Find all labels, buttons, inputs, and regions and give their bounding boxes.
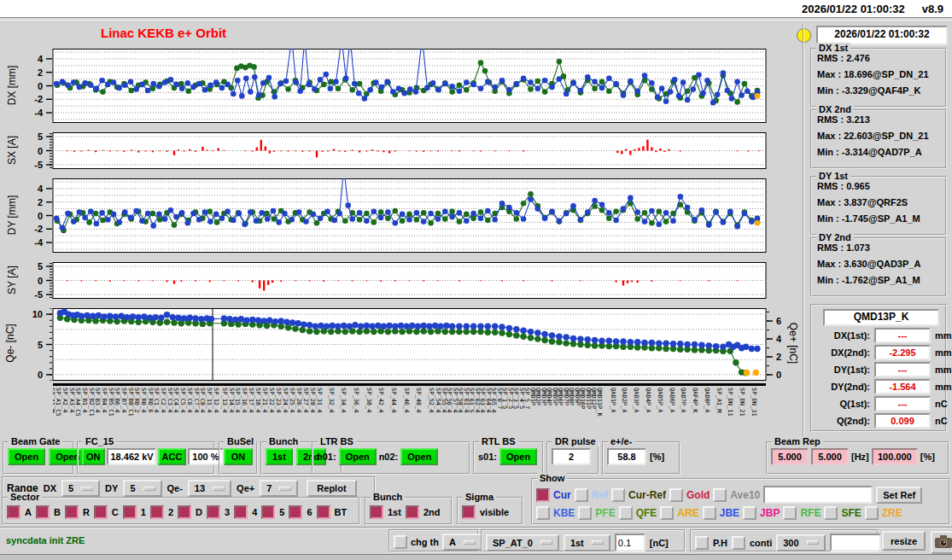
svg-text:-4: -4 <box>34 237 44 248</box>
show-ref-checkbox[interactable] <box>575 488 588 502</box>
show-jbe-checkbox[interactable] <box>703 506 716 520</box>
svg-text:2: 2 <box>776 352 781 362</box>
sector-b-checkbox[interactable] <box>36 505 50 519</box>
show-rfe-checkbox[interactable] <box>783 506 797 520</box>
sector-3-checkbox[interactable] <box>207 505 220 519</box>
show-pfe-checkbox[interactable] <box>578 506 592 520</box>
q1-value: --- <box>874 396 931 411</box>
show-sfe-checkbox[interactable] <box>824 506 838 520</box>
fc15-acc-button[interactable]: ACC <box>158 448 187 465</box>
busel-on-button[interactable]: ON <box>224 448 253 465</box>
trigger-select[interactable]: A <box>442 534 482 551</box>
resize-button[interactable]: resize <box>882 531 926 551</box>
sigma-visible-checkbox[interactable] <box>462 505 476 519</box>
beam-gate-1-button[interactable]: Open <box>8 448 45 465</box>
bpm-select-value: SP_AT_0 <box>493 538 533 548</box>
set-ref-button[interactable]: Set Ref <box>876 487 922 504</box>
window-resize-edge[interactable] <box>0 554 952 560</box>
bpm-name-label: SP_32_4 <box>328 388 335 413</box>
bunch-2nd-checkbox[interactable] <box>406 505 419 519</box>
show-jbp-checkbox[interactable] <box>743 506 756 520</box>
replot-button[interactable]: Replot <box>307 480 356 497</box>
range-dy-select[interactable]: 5 <box>123 480 161 497</box>
free-input[interactable] <box>830 534 881 551</box>
conti-checkbox[interactable] <box>732 536 745 550</box>
sector-1-checkbox[interactable] <box>123 505 137 519</box>
show-are-checkbox[interactable] <box>660 506 674 520</box>
bpm-name-label: SP_13_4 <box>221 388 228 413</box>
beam-gate-title: Beam Gate <box>9 436 62 446</box>
sector-5-checkbox[interactable] <box>261 505 275 519</box>
bunch-select[interactable]: 1st <box>564 534 610 551</box>
bunch-select-group: Bunch 1st 2nd <box>365 497 453 525</box>
bpm-name-label: QMD13P_K <box>596 388 603 417</box>
bpm-name-label: SP_38_4 <box>365 388 372 413</box>
sector-a-checkbox[interactable] <box>7 505 20 519</box>
rtl-s01-label: s01: <box>478 452 497 462</box>
q1-unit: nC <box>935 399 948 409</box>
svg-text:0: 0 <box>776 370 781 380</box>
ph-checkbox[interactable] <box>695 536 709 550</box>
beam-rep-pct-unit: [%] <box>920 452 935 462</box>
show-ave10-checkbox[interactable] <box>713 488 727 502</box>
range-qem-select[interactable]: 13 <box>188 480 231 497</box>
beam-rep-2-readout: 5.000 <box>811 448 849 465</box>
ltr-bs-title: LTR BS <box>318 436 356 446</box>
dx-orbit-plot: 420-2-4 <box>17 49 794 123</box>
threshold-input[interactable] <box>615 534 645 551</box>
sector-bt-label: BT <box>335 507 348 517</box>
show-cur-label: Cur <box>553 489 571 501</box>
show-cur-ref-checkbox[interactable] <box>611 488 625 502</box>
range-qep-select[interactable]: 7 <box>260 480 298 497</box>
bpm-select[interactable]: SP_AT_0 <box>486 534 559 551</box>
dx2-label: DX(2nd): <box>815 347 870 358</box>
window-titlebar: 2026/01/22 01:00:32 v8.9 <box>0 0 952 18</box>
show-kbe-checkbox[interactable] <box>536 506 550 520</box>
camera-icon <box>935 535 952 548</box>
range-dx-select[interactable]: 5 <box>61 480 100 497</box>
sector-bt-checkbox[interactable] <box>317 505 330 519</box>
ltr-n02-button[interactable]: Open <box>400 448 438 465</box>
sector-r-checkbox[interactable] <box>65 505 79 519</box>
points-select[interactable]: 300 <box>776 534 825 551</box>
svg-text:0: 0 <box>38 146 43 156</box>
bpm-name-label: SP_22_4 <box>268 388 275 413</box>
eratio-title: e+/e- <box>608 436 634 446</box>
sx-axis-title: SX [A] <box>6 136 18 165</box>
option-menu-icon <box>279 487 291 491</box>
option-menu-icon <box>213 487 225 491</box>
chg-th-group: chg th A <box>388 529 479 552</box>
rtl-s01-button[interactable]: Open <box>499 448 537 465</box>
bpm-select-group: SP_AT_0 1st [nC] <box>481 529 686 552</box>
status-message: syncdata init ZRE <box>6 535 85 545</box>
ref-name-input[interactable] <box>763 486 873 504</box>
show-qfe-checkbox[interactable] <box>619 506 633 520</box>
range-qep-label: Qe+ <box>237 483 254 493</box>
show-jbp-label: JBP <box>760 507 780 519</box>
sector-d-checkbox[interactable] <box>178 505 191 519</box>
show-cur-checkbox[interactable] <box>536 488 550 502</box>
dx-axis-title: DX [mm] <box>6 66 18 106</box>
sector-4-checkbox[interactable] <box>234 505 248 519</box>
dy2-label: DY(2nd): <box>815 382 870 392</box>
svg-text:-4: -4 <box>34 108 44 118</box>
show-ref-label: Ref <box>592 489 608 501</box>
eratio-readout: 58.8 <box>607 448 646 465</box>
bunch-1st-button[interactable]: 1st <box>266 448 293 465</box>
fc15-on-button[interactable]: ON <box>82 448 105 465</box>
svg-text:2: 2 <box>38 67 43 78</box>
show-zre-checkbox[interactable] <box>865 506 879 520</box>
screenshot-camera-button[interactable] <box>931 531 952 554</box>
fc15-title: FC_15 <box>83 436 116 446</box>
bunch-1st-checkbox[interactable] <box>370 505 383 519</box>
monitor-row: DX(1st): --- mm <box>815 328 952 343</box>
sector-2-checkbox[interactable] <box>150 505 164 519</box>
chg-th-checkbox[interactable] <box>394 535 407 549</box>
sector-c-checkbox[interactable] <box>94 505 108 519</box>
sector-1-label: 1 <box>141 507 146 517</box>
show-gold-checkbox[interactable] <box>669 488 683 502</box>
sector-6-checkbox[interactable] <box>289 505 302 519</box>
q1-label: Q(1st): <box>815 399 870 409</box>
ltr-n01-button[interactable]: Open <box>339 448 377 465</box>
dy1-label: DY(1st): <box>815 365 870 375</box>
